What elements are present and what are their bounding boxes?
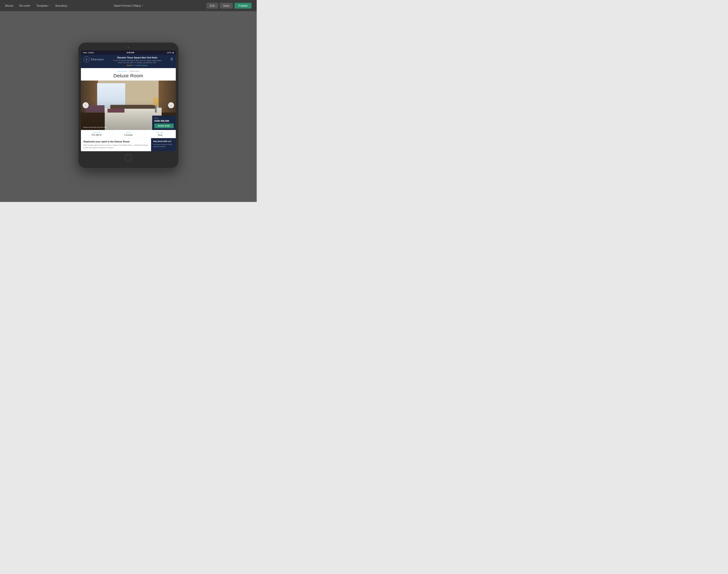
price-from-label: From [154, 117, 174, 119]
nav-reorder-label: Re-order [19, 4, 30, 7]
sidebar-title: Why Book With Us? [153, 140, 174, 142]
description-text: With enough space for you to work or unw… [84, 144, 148, 149]
breadcrumb: Guest Rooms › Deluxe Room [84, 70, 172, 72]
breadcrumb-current: Deluxe Room [130, 70, 139, 72]
carousel-next-button[interactable]: › [168, 102, 174, 108]
chevron-left-icon: ‹ [85, 104, 86, 107]
hotel-title: Sheraton Times Square New York Hotel [105, 56, 169, 59]
description-title: Replenish your spirit in the Deluxe Room [84, 140, 148, 143]
chevron-down-icon: ▾ [48, 5, 49, 7]
tablet-screen: ●●●○ Intelier 8:00 PM 100% ▮ S Sheraton … [81, 50, 176, 151]
sheraton-logo: S Sheraton [84, 56, 104, 63]
sheraton-name: Sheraton [91, 58, 104, 61]
viewport-label: Tablet Portrait (768px) [113, 4, 141, 7]
toolbar-nav: Blocks Re-order Template ▾ Branding ▾ [5, 4, 68, 7]
toolbar-actions: Exit Save Publish [207, 3, 252, 9]
status-bar: ●●●○ Intelier 8:00 PM 100% ▮ [81, 50, 176, 55]
nav-template-label: Template [37, 4, 48, 7]
canvas-area: ●●●○ Intelier 8:00 PM 100% ▮ S Sheraton … [0, 11, 257, 202]
carousel-prev-button[interactable]: ‹ [83, 102, 89, 108]
description-main: Replenish your spirit in the Deluxe Room… [81, 138, 151, 151]
chevron-right-icon: › [171, 104, 172, 107]
carrier-text: ●●●○ Intelier [83, 51, 94, 54]
status-carrier: ●●●○ Intelier [83, 51, 94, 54]
spec-room-size-value: 375-400 ft² [82, 134, 111, 136]
nav-blocks-label: Blocks [5, 4, 13, 7]
nav-branding[interactable]: Branding ▾ [55, 4, 68, 7]
spec-sleeps: Sleeps 3 Guests [113, 130, 144, 138]
hotel-info: Sheraton Times Square New York Hotel 📍 8… [105, 56, 169, 67]
room-description: Replenish your spirit in the Deluxe Room… [81, 138, 176, 151]
tablet-camera [128, 47, 129, 48]
battery-text: 100% [167, 51, 172, 54]
carousel-caption: Westin Heavenly® King Size Bed [83, 126, 107, 128]
spec-bed-types-label: Bed Types [145, 132, 175, 133]
book-now-button[interactable]: BOOK NOW [154, 124, 174, 128]
page-header: Guest Rooms › Deluxe Room Deluxe Room [81, 68, 176, 81]
spec-sleeps-value: 3 Guests [114, 134, 143, 136]
nav-template[interactable]: Template ▾ [37, 4, 50, 7]
nav-branding-label: Branding [55, 4, 66, 7]
rating-number: 3.7 (2,363 Reviews) [133, 65, 148, 67]
hotel-header: S Sheraton Sheraton Times Square New Yor… [81, 55, 176, 68]
chevron-down-icon: ▾ [142, 4, 143, 7]
description-sidebar: Why Book With Us? Get these exclusive SP… [151, 138, 176, 151]
spec-sleeps-label: Sleeps [114, 132, 143, 133]
battery-icon: ▮ [173, 51, 174, 54]
nav-blocks[interactable]: Blocks [5, 4, 13, 7]
hamburger-menu-icon[interactable]: ☰ [170, 57, 173, 61]
toolbar: Blocks Re-order Template ▾ Branding ▾ Ta… [0, 0, 257, 11]
hotel-rating: ★★★½ 3.7 (2,363 Reviews) [105, 65, 169, 67]
tablet-frame: ●●●○ Intelier 8:00 PM 100% ▮ S Sheraton … [78, 42, 179, 168]
image-carousel: Westin Heavenly® King Size Bed ‹ › From … [81, 81, 176, 130]
breadcrumb-parent-link[interactable]: Guest Rooms [117, 70, 127, 72]
chevron-down-icon: ▾ [67, 5, 68, 7]
nav-reorder[interactable]: Re-order [19, 4, 30, 7]
breadcrumb-separator: › [128, 70, 129, 72]
spec-bed-types: Bed Types King [144, 130, 176, 138]
save-button[interactable]: Save [220, 3, 233, 9]
room-title: Deluxe Room [84, 73, 172, 79]
publish-button[interactable]: Publish [235, 3, 252, 9]
price-box: From KRW 999,999 BOOK NOW [152, 116, 176, 130]
sidebar-text: Get these exclusive SPG® member benefits… [153, 144, 174, 148]
spec-room-size: Room Size 375-400 ft² [81, 130, 113, 138]
tablet-home-inner [126, 156, 130, 160]
location-icon: 📍 [113, 59, 115, 62]
spec-room-size-label: Room Size [82, 132, 111, 133]
tablet-home-button[interactable] [125, 154, 132, 162]
viewport-selector[interactable]: Tablet Portrait (768px) ▾ [113, 4, 143, 7]
status-time: 8:00 PM [127, 51, 134, 54]
exit-button[interactable]: Exit [207, 3, 218, 9]
spec-bed-types-value: King [145, 134, 175, 136]
sheraton-emblem: S [84, 56, 90, 63]
star-icons: ★★★½ [127, 65, 133, 67]
room-specs: Room Size 375-400 ft² Sleeps 3 Guests Be… [81, 130, 176, 138]
price-amount: KRW 999,999 [154, 120, 174, 122]
hotel-address: 📍 811 7th Avenue 53rd Street, New York, … [105, 59, 169, 64]
status-battery: 100% ▮ [167, 51, 174, 54]
